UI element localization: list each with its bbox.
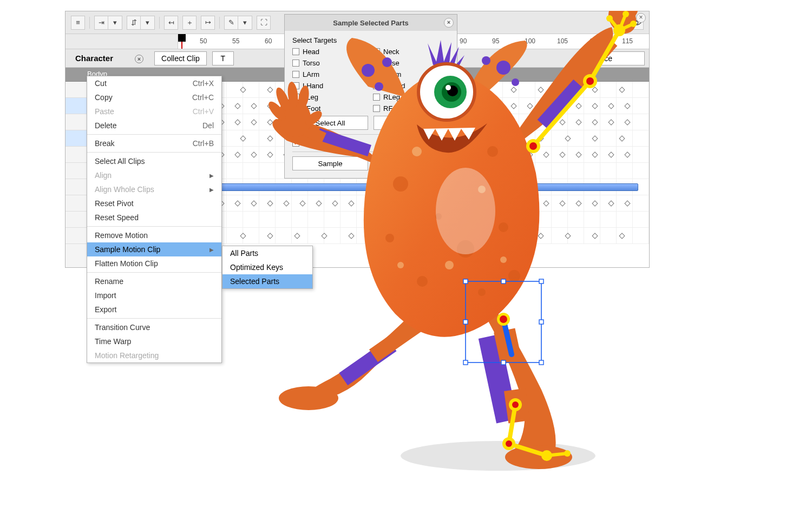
keyframe[interactable] xyxy=(413,200,419,206)
target-check[interactable]: LFoot xyxy=(292,104,369,113)
keyframe[interactable] xyxy=(462,119,468,125)
key-row[interactable] xyxy=(178,179,649,195)
key-row[interactable] xyxy=(178,228,649,244)
keyframe[interactable] xyxy=(527,103,533,109)
menu-item[interactable]: Time Warp xyxy=(87,334,221,348)
keyframe[interactable] xyxy=(510,151,516,157)
keyframe[interactable] xyxy=(510,103,516,109)
panel-close-icon[interactable]: × xyxy=(636,13,646,23)
menu-item[interactable]: Reset Pivot xyxy=(87,196,221,210)
keyframe[interactable] xyxy=(267,103,273,109)
menu-item[interactable]: Selected Parts xyxy=(222,274,312,288)
keyframe[interactable] xyxy=(234,103,240,109)
cancel-button[interactable]: Cancel xyxy=(374,156,449,170)
keyframe[interactable] xyxy=(240,135,246,141)
menu-item[interactable]: Remove Motion xyxy=(87,228,221,242)
menu-item[interactable]: All Parts xyxy=(222,246,312,260)
menu-item[interactable]: BreakCtrl+B xyxy=(87,136,221,150)
collect-clip-button[interactable]: Collect Clip xyxy=(154,51,207,65)
menu-item[interactable]: Optimized Keys xyxy=(222,260,312,274)
target-check[interactable]: LArm xyxy=(292,70,369,78)
dialog-titlebar[interactable]: Sample Selected Parts × xyxy=(285,15,457,31)
chevron-down-icon[interactable]: ▾ xyxy=(141,16,155,30)
keyframe[interactable] xyxy=(592,87,598,93)
keyframe[interactable] xyxy=(381,200,387,206)
checkbox[interactable] xyxy=(292,60,299,67)
checkbox[interactable] xyxy=(373,48,380,55)
keyframe[interactable] xyxy=(478,200,484,206)
keyframe[interactable] xyxy=(559,119,565,125)
key-row[interactable] xyxy=(178,195,649,212)
keyframe[interactable] xyxy=(234,151,240,157)
keyframe[interactable] xyxy=(608,103,614,109)
keyframe[interactable] xyxy=(321,233,327,239)
menu-item[interactable]: Sample Motion Clip▶ xyxy=(87,242,221,256)
keyframe[interactable] xyxy=(592,103,598,109)
keyframe[interactable] xyxy=(234,119,240,125)
keyframe[interactable] xyxy=(494,151,500,157)
keyframe[interactable] xyxy=(592,200,598,206)
keyframe[interactable] xyxy=(592,151,598,157)
keyframe[interactable] xyxy=(510,135,516,141)
select-all-button[interactable]: Select All xyxy=(292,116,368,130)
keyframe[interactable] xyxy=(397,200,403,206)
keyframe[interactable] xyxy=(543,103,549,109)
keyframe[interactable] xyxy=(348,200,354,206)
keyframe[interactable] xyxy=(510,119,516,125)
keyframe[interactable] xyxy=(483,87,489,93)
checkbox[interactable] xyxy=(373,60,380,67)
target-check[interactable]: RFoot xyxy=(373,104,449,113)
keyframe[interactable] xyxy=(348,233,354,239)
key-row[interactable] xyxy=(178,212,649,228)
menu-item[interactable]: Export xyxy=(87,302,221,317)
keyframe[interactable] xyxy=(251,119,257,125)
keyframe[interactable] xyxy=(267,233,273,239)
menu-item[interactable]: DeleteDel xyxy=(87,118,221,133)
target-check[interactable]: LLeg xyxy=(292,93,369,101)
key-prev-icon[interactable]: ↤ xyxy=(164,16,178,30)
chevron-down-icon[interactable]: ▾ xyxy=(108,16,122,30)
keyframe[interactable] xyxy=(527,200,533,206)
keyframe[interactable] xyxy=(624,200,630,206)
tab-character[interactable]: Character× xyxy=(70,51,149,65)
checkbox[interactable] xyxy=(373,105,380,112)
menu-item[interactable]: Transition Curve xyxy=(87,320,221,334)
motion-clip[interactable] xyxy=(184,183,638,191)
keyframe[interactable] xyxy=(575,103,581,109)
keyframe[interactable] xyxy=(462,151,468,157)
keyframe[interactable] xyxy=(267,119,273,125)
keyframe[interactable] xyxy=(375,233,381,239)
keyframe[interactable] xyxy=(608,200,614,206)
keyframe[interactable] xyxy=(267,200,273,206)
target-check[interactable]: ✔RArm xyxy=(373,70,449,78)
keyframe[interactable] xyxy=(538,233,543,239)
target-check[interactable]: ✔RHand xyxy=(373,82,449,90)
keyframe[interactable] xyxy=(575,119,581,125)
keyframe[interactable] xyxy=(294,233,300,239)
target-check[interactable]: Torso xyxy=(292,59,369,67)
keyframe[interactable] xyxy=(251,103,257,109)
menu-item[interactable]: Select All Clips xyxy=(87,154,221,168)
keyframe[interactable] xyxy=(240,233,246,239)
keyframe[interactable] xyxy=(619,233,625,239)
keyframe[interactable] xyxy=(619,87,625,93)
keyframe[interactable] xyxy=(240,87,246,93)
keyframe[interactable] xyxy=(527,151,533,157)
keyframe[interactable] xyxy=(299,200,305,206)
keyframe[interactable] xyxy=(624,103,630,109)
keyframe[interactable] xyxy=(592,135,598,141)
keyframe[interactable] xyxy=(619,135,625,141)
target-check[interactable]: Base xyxy=(373,59,449,67)
checkbox[interactable] xyxy=(373,94,380,101)
keyframe[interactable] xyxy=(478,119,484,125)
keyframe[interactable] xyxy=(234,200,240,206)
checkbox[interactable] xyxy=(292,71,299,78)
target-check[interactable]: LHand xyxy=(292,82,369,90)
keyframe[interactable] xyxy=(462,103,468,109)
keyframe[interactable] xyxy=(494,103,500,109)
edit-icon[interactable]: ✎ xyxy=(224,16,238,30)
checkbox[interactable]: ✔ xyxy=(373,71,380,78)
keyframe[interactable] xyxy=(559,151,565,157)
sample-button[interactable]: Sample xyxy=(292,156,368,170)
keyframe[interactable] xyxy=(608,119,614,125)
